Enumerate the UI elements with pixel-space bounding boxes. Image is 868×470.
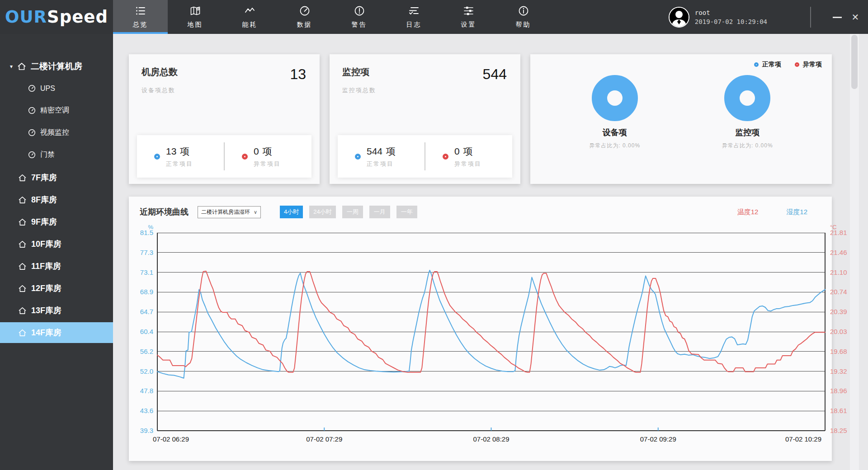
svg-text:18.25: 18.25 (830, 427, 847, 434)
card-total-value: 544 (483, 66, 507, 83)
chevron-down-icon: ∨ (254, 209, 257, 215)
nav-tab-data[interactable]: 数据 (277, 0, 332, 34)
gauge-icon (28, 85, 36, 92)
sidebar-item-8f[interactable]: 8F库房 (0, 189, 113, 210)
abnormal-unit: 项 (263, 146, 272, 156)
sidebar-item-label: 视频监控 (40, 128, 69, 137)
svg-text:21.10: 21.10 (830, 268, 847, 276)
abnormal-label: 异常项目 (254, 160, 281, 168)
svg-text:°C: °C (830, 224, 837, 230)
nav-tab-settings[interactable]: 设置 (441, 0, 496, 34)
nav-tab-alert[interactable]: 警告 (332, 0, 387, 34)
normal-unit: 项 (180, 146, 189, 156)
minimize-icon (833, 17, 842, 18)
sidebar-item-13f[interactable]: 13F库房 (0, 300, 113, 321)
close-button[interactable]: ✕ (846, 12, 864, 23)
abnormal-label: 异常项目 (454, 160, 481, 168)
sidebar-item-label: 14F库房 (31, 327, 61, 338)
data-gauge-icon (299, 5, 311, 17)
sidebar-item-9f[interactable]: 9F库房 (0, 212, 113, 232)
user-avatar[interactable] (669, 7, 689, 28)
nav-tab-label: 数据 (297, 21, 312, 29)
nav-tab-log[interactable]: 日志 (387, 0, 441, 34)
sidebar: ▾ 二楼计算机房 UPS 精密空调 视频监控 门禁 7F库房 8F库房 (0, 34, 113, 470)
sidebar-item-7f[interactable]: 7F库房 (0, 167, 113, 188)
overview-list-icon (135, 5, 146, 17)
home-icon (17, 62, 26, 70)
abnormal-ring-icon (242, 154, 248, 160)
legend-label: 正常项 (762, 61, 781, 69)
sidebar-item-label: 8F库房 (31, 194, 57, 205)
nav-tab-energy[interactable]: 能耗 (222, 0, 277, 34)
sidebar-item-access-control[interactable]: 门禁 (0, 144, 113, 166)
log-icon (408, 5, 420, 17)
sidebar-item-10f[interactable]: 10F库房 (0, 234, 113, 254)
minimize-button[interactable] (828, 11, 846, 23)
svg-text:21.46: 21.46 (830, 249, 847, 256)
range-button-4h[interactable]: 4小时 (280, 206, 303, 218)
home-icon (18, 307, 27, 315)
sidebar-item-label: 精密空调 (40, 106, 69, 115)
sidebar-item-ups[interactable]: UPS (0, 77, 113, 99)
card-subtitle: 监控项总数 (330, 83, 520, 94)
scrollbar[interactable] (850, 34, 859, 470)
top-nav: 总览 地图 能耗 数据 警告 (113, 0, 551, 34)
environment-chart-card: 近期环境曲线 二楼计算机房温湿环 ∨ 4小时 24小时 一周 一月 一年 温度1… (129, 197, 832, 461)
svg-text:07-02 10:29: 07-02 10:29 (785, 435, 821, 443)
sidebar-item-label: 11F库房 (31, 261, 61, 272)
humidity-badge[interactable]: 湿度12 (786, 208, 807, 216)
svg-text:18.96: 18.96 (830, 387, 847, 395)
svg-text:07-02 06:29: 07-02 06:29 (153, 435, 189, 443)
normal-count: 13 (166, 146, 176, 156)
range-button-year[interactable]: 一年 (396, 206, 417, 218)
svg-text:60.4: 60.4 (140, 328, 153, 335)
legend-label: 异常项 (803, 61, 822, 69)
room-select-dropdown[interactable]: 二楼计算机房温湿环 ∨ (198, 206, 261, 218)
nav-tab-help[interactable]: 帮助 (496, 0, 551, 34)
nav-tab-label: 警告 (352, 21, 367, 29)
nav-tab-map[interactable]: 地图 (168, 0, 222, 34)
svg-text:19.32: 19.32 (830, 367, 847, 375)
sidebar-item-14f[interactable]: 14F库房 (0, 322, 113, 343)
card-title: 机房总数 (142, 66, 178, 78)
card-title: 监控项 (342, 66, 369, 78)
sidebar-item-label: 7F库房 (31, 172, 57, 183)
nav-tab-label: 能耗 (242, 21, 258, 29)
dropdown-value: 二楼计算机房温湿环 (201, 208, 250, 216)
user-info: root 2019-07-02 10:29:04 (695, 9, 767, 25)
nav-tab-overview[interactable]: 总览 (113, 0, 168, 34)
logo-part-1: OUR (5, 7, 47, 27)
temperature-badge[interactable]: 温度12 (737, 208, 759, 216)
sidebar-item-video-monitor[interactable]: 视频监控 (0, 122, 113, 144)
sidebar-item-12f[interactable]: 12F库房 (0, 278, 113, 299)
sidebar-item-precision-ac[interactable]: 精密空调 (0, 99, 113, 122)
svg-text:18.61: 18.61 (830, 407, 847, 414)
svg-text:19.68: 19.68 (830, 348, 847, 355)
sidebar-group-room2f[interactable]: ▾ 二楼计算机房 (0, 56, 113, 77)
range-button-24h[interactable]: 24小时 (309, 206, 335, 218)
sidebar-group-label: 二楼计算机房 (31, 61, 82, 72)
scrollbar-thumb[interactable] (851, 35, 858, 89)
svg-text:64.7: 64.7 (140, 308, 153, 315)
monitor-donut: 监控项 异常占比为: 0.00% (722, 75, 773, 150)
nav-tab-label: 日志 (406, 21, 422, 29)
normal-ring-icon (154, 154, 160, 160)
room-total-card: 机房总数 13 设备项总数 13项 正常项目 0项 异常项目 (129, 54, 320, 184)
donut-title: 设备项 (589, 127, 640, 138)
svg-text:73.1: 73.1 (140, 268, 153, 276)
chart-title: 近期环境曲线 (140, 207, 189, 217)
card-stats-panel: 544项 正常项目 0项 异常项目 (338, 135, 512, 178)
sidebar-item-11f[interactable]: 11F库房 (0, 256, 113, 277)
normal-ring-icon (754, 62, 759, 67)
donut-note: 异常占比为: 0.00% (722, 142, 773, 150)
home-icon (18, 285, 27, 292)
range-button-week[interactable]: 一周 (342, 206, 363, 218)
normal-label: 正常项目 (166, 160, 193, 168)
home-icon (18, 196, 27, 204)
gauge-icon (28, 129, 36, 136)
range-button-month[interactable]: 一月 (369, 206, 390, 218)
main-content: 机房总数 13 设备项总数 13项 正常项目 0项 异常项目 (113, 34, 859, 470)
sidebar-item-label: 13F库房 (31, 305, 61, 316)
sidebar-item-label: 门禁 (40, 150, 55, 160)
gauge-icon (28, 151, 36, 159)
